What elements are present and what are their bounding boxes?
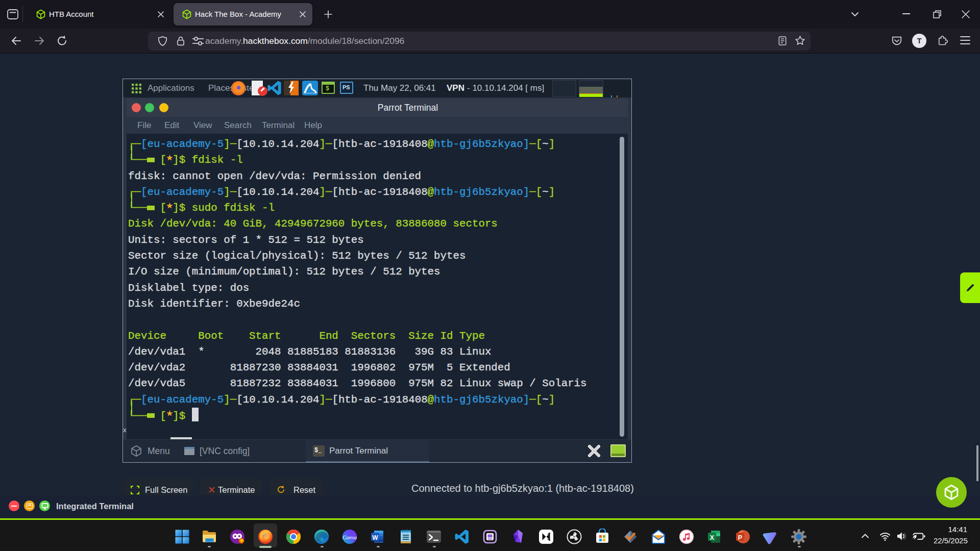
- svg-text:Canva: Canva: [342, 534, 357, 540]
- svg-text:P: P: [738, 534, 742, 541]
- svg-text:W: W: [372, 534, 378, 541]
- svg-text:X: X: [710, 534, 715, 541]
